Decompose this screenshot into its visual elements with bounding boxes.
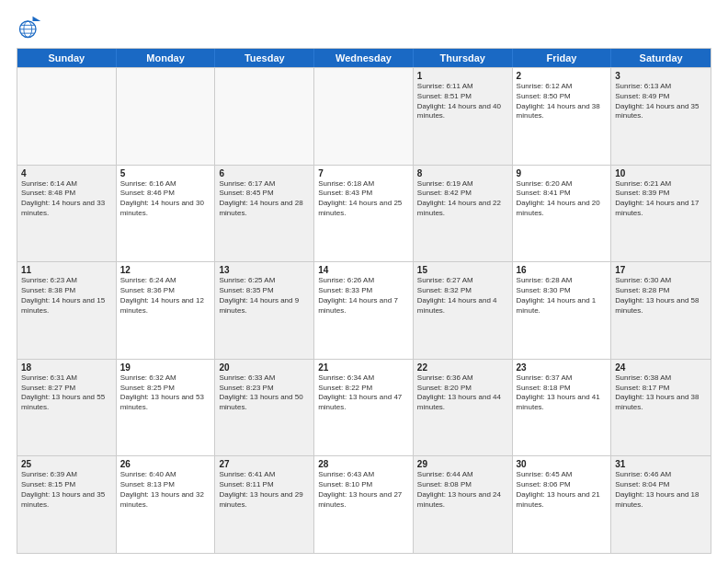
day-number: 26: [120, 459, 211, 469]
day-info: Sunrise: 6:27 AM Sunset: 8:32 PM Dayligh…: [417, 276, 497, 314]
day-number: 7: [318, 168, 409, 178]
day-cell-4: 4Sunrise: 6:14 AM Sunset: 8:48 PM Daylig…: [17, 166, 117, 262]
day-info: Sunrise: 6:17 AM Sunset: 8:45 PM Dayligh…: [219, 179, 302, 217]
header-day-saturday: Saturday: [611, 49, 711, 67]
day-cell-16: 16Sunrise: 6:28 AM Sunset: 8:30 PM Dayli…: [513, 262, 612, 359]
day-cell-7: 7Sunrise: 6:18 AM Sunset: 8:43 PM Daylig…: [314, 166, 414, 262]
day-number: 3: [615, 71, 707, 81]
calendar-row-0: 1Sunrise: 6:11 AM Sunset: 8:51 PM Daylig…: [17, 67, 711, 165]
header: [17, 15, 711, 40]
calendar-header: SundayMondayTuesdayWednesdayThursdayFrid…: [17, 49, 711, 67]
day-info: Sunrise: 6:11 AM Sunset: 8:51 PM Dayligh…: [417, 82, 501, 120]
day-info: Sunrise: 6:18 AM Sunset: 8:43 PM Dayligh…: [318, 179, 402, 217]
day-cell-9: 9Sunrise: 6:20 AM Sunset: 8:41 PM Daylig…: [513, 166, 612, 262]
day-cell-6: 6Sunrise: 6:17 AM Sunset: 8:45 PM Daylig…: [215, 166, 314, 262]
day-number: 21: [318, 362, 409, 373]
day-info: Sunrise: 6:32 AM Sunset: 8:25 PM Dayligh…: [120, 373, 204, 411]
day-cell-18: 18Sunrise: 6:31 AM Sunset: 8:27 PM Dayli…: [17, 360, 117, 456]
day-number: 23: [517, 362, 608, 373]
day-number: 31: [615, 459, 707, 469]
day-cell-26: 26Sunrise: 6:40 AM Sunset: 8:13 PM Dayli…: [117, 456, 216, 553]
day-number: 17: [615, 265, 707, 275]
day-number: 19: [120, 362, 211, 373]
day-number: 15: [417, 265, 508, 275]
day-info: Sunrise: 6:24 AM Sunset: 8:36 PM Dayligh…: [120, 276, 204, 314]
calendar-row-3: 18Sunrise: 6:31 AM Sunset: 8:27 PM Dayli…: [17, 359, 711, 456]
day-cell-19: 19Sunrise: 6:32 AM Sunset: 8:25 PM Dayli…: [117, 360, 216, 456]
day-cell-24: 24Sunrise: 6:38 AM Sunset: 8:17 PM Dayli…: [611, 360, 711, 456]
day-info: Sunrise: 6:23 AM Sunset: 8:38 PM Dayligh…: [21, 276, 105, 314]
day-info: Sunrise: 6:41 AM Sunset: 8:11 PM Dayligh…: [219, 470, 302, 508]
day-info: Sunrise: 6:40 AM Sunset: 8:13 PM Dayligh…: [120, 470, 204, 508]
day-cell-1: 1Sunrise: 6:11 AM Sunset: 8:51 PM Daylig…: [414, 68, 513, 165]
logo: [17, 15, 46, 40]
day-cell-12: 12Sunrise: 6:24 AM Sunset: 8:36 PM Dayli…: [117, 262, 216, 359]
day-cell-21: 21Sunrise: 6:34 AM Sunset: 8:22 PM Dayli…: [314, 360, 414, 456]
calendar-row-4: 25Sunrise: 6:39 AM Sunset: 8:15 PM Dayli…: [17, 455, 711, 553]
day-cell-27: 27Sunrise: 6:41 AM Sunset: 8:11 PM Dayli…: [215, 456, 314, 553]
empty-cell: [314, 68, 414, 165]
day-cell-15: 15Sunrise: 6:27 AM Sunset: 8:32 PM Dayli…: [414, 262, 513, 359]
page: SundayMondayTuesdayWednesdayThursdayFrid…: [0, 0, 728, 563]
day-number: 28: [318, 459, 409, 469]
day-cell-29: 29Sunrise: 6:44 AM Sunset: 8:08 PM Dayli…: [414, 456, 513, 553]
day-cell-25: 25Sunrise: 6:39 AM Sunset: 8:15 PM Dayli…: [17, 456, 117, 553]
day-cell-22: 22Sunrise: 6:36 AM Sunset: 8:20 PM Dayli…: [414, 360, 513, 456]
day-info: Sunrise: 6:37 AM Sunset: 8:18 PM Dayligh…: [517, 373, 600, 411]
day-number: 10: [615, 168, 707, 178]
day-info: Sunrise: 6:20 AM Sunset: 8:41 PM Dayligh…: [517, 179, 600, 217]
day-info: Sunrise: 6:43 AM Sunset: 8:10 PM Dayligh…: [318, 470, 402, 508]
day-number: 30: [517, 459, 608, 469]
day-number: 14: [318, 265, 409, 275]
empty-cell: [17, 68, 117, 165]
day-number: 27: [219, 459, 310, 469]
day-number: 16: [517, 265, 608, 275]
day-cell-8: 8Sunrise: 6:19 AM Sunset: 8:42 PM Daylig…: [414, 166, 513, 262]
calendar-body: 1Sunrise: 6:11 AM Sunset: 8:51 PM Daylig…: [17, 67, 711, 553]
day-cell-20: 20Sunrise: 6:33 AM Sunset: 8:23 PM Dayli…: [215, 360, 314, 456]
day-number: 9: [517, 168, 608, 178]
day-info: Sunrise: 6:26 AM Sunset: 8:33 PM Dayligh…: [318, 276, 398, 314]
day-number: 13: [219, 265, 310, 275]
day-cell-11: 11Sunrise: 6:23 AM Sunset: 8:38 PM Dayli…: [17, 262, 117, 359]
calendar-row-2: 11Sunrise: 6:23 AM Sunset: 8:38 PM Dayli…: [17, 261, 711, 359]
day-info: Sunrise: 6:38 AM Sunset: 8:17 PM Dayligh…: [615, 373, 699, 411]
day-cell-30: 30Sunrise: 6:45 AM Sunset: 8:06 PM Dayli…: [513, 456, 612, 553]
day-cell-28: 28Sunrise: 6:43 AM Sunset: 8:10 PM Dayli…: [314, 456, 414, 553]
day-number: 2: [517, 71, 608, 81]
header-day-monday: Monday: [117, 49, 216, 67]
day-cell-2: 2Sunrise: 6:12 AM Sunset: 8:50 PM Daylig…: [513, 68, 612, 165]
day-cell-17: 17Sunrise: 6:30 AM Sunset: 8:28 PM Dayli…: [611, 262, 711, 359]
calendar: SundayMondayTuesdayWednesdayThursdayFrid…: [17, 48, 711, 554]
day-info: Sunrise: 6:21 AM Sunset: 8:39 PM Dayligh…: [615, 179, 699, 217]
day-info: Sunrise: 6:36 AM Sunset: 8:20 PM Dayligh…: [417, 373, 501, 411]
day-info: Sunrise: 6:44 AM Sunset: 8:08 PM Dayligh…: [417, 470, 501, 508]
logo-icon: [17, 15, 42, 40]
header-day-sunday: Sunday: [17, 49, 117, 67]
day-number: 22: [417, 362, 508, 373]
empty-cell: [117, 68, 216, 165]
header-day-tuesday: Tuesday: [215, 49, 314, 67]
day-info: Sunrise: 6:19 AM Sunset: 8:42 PM Dayligh…: [417, 179, 501, 217]
day-info: Sunrise: 6:46 AM Sunset: 8:04 PM Dayligh…: [615, 470, 699, 508]
day-info: Sunrise: 6:12 AM Sunset: 8:50 PM Dayligh…: [517, 82, 600, 120]
day-info: Sunrise: 6:30 AM Sunset: 8:28 PM Dayligh…: [615, 276, 699, 314]
day-cell-3: 3Sunrise: 6:13 AM Sunset: 8:49 PM Daylig…: [611, 68, 711, 165]
day-number: 18: [21, 362, 112, 373]
day-cell-13: 13Sunrise: 6:25 AM Sunset: 8:35 PM Dayli…: [215, 262, 314, 359]
day-number: 25: [21, 459, 112, 469]
day-number: 24: [615, 362, 707, 373]
day-number: 5: [120, 168, 211, 178]
day-info: Sunrise: 6:13 AM Sunset: 8:49 PM Dayligh…: [615, 82, 699, 120]
day-number: 20: [219, 362, 310, 373]
day-number: 12: [120, 265, 211, 275]
day-cell-23: 23Sunrise: 6:37 AM Sunset: 8:18 PM Dayli…: [513, 360, 612, 456]
day-info: Sunrise: 6:45 AM Sunset: 8:06 PM Dayligh…: [517, 470, 600, 508]
calendar-row-1: 4Sunrise: 6:14 AM Sunset: 8:48 PM Daylig…: [17, 165, 711, 262]
day-number: 1: [417, 71, 508, 81]
day-info: Sunrise: 6:28 AM Sunset: 8:30 PM Dayligh…: [517, 276, 597, 314]
day-info: Sunrise: 6:33 AM Sunset: 8:23 PM Dayligh…: [219, 373, 302, 411]
day-info: Sunrise: 6:31 AM Sunset: 8:27 PM Dayligh…: [21, 373, 105, 411]
day-info: Sunrise: 6:16 AM Sunset: 8:46 PM Dayligh…: [120, 179, 204, 217]
day-cell-31: 31Sunrise: 6:46 AM Sunset: 8:04 PM Dayli…: [611, 456, 711, 553]
